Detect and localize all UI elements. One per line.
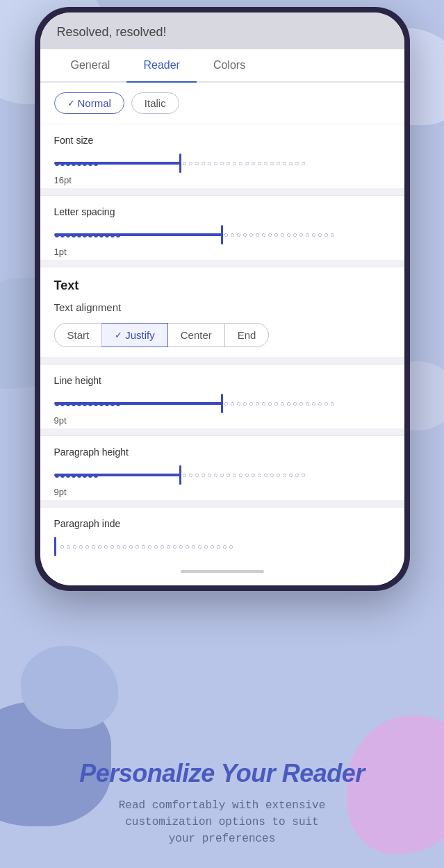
line-height-label: Line height (54, 374, 390, 387)
paragraph-height-track[interactable] (54, 465, 390, 485)
alignment-row: Start ✓ Justify Center End (40, 319, 404, 357)
paragraph-indent-label: Paragraph inde (54, 517, 390, 530)
tab-colors[interactable]: Colors (197, 49, 262, 81)
scroll-bar[interactable] (181, 570, 264, 573)
checkmark-icon: ✓ (67, 98, 75, 108)
paragraph-indent-empty (59, 545, 390, 549)
style-normal-button[interactable]: ✓ Normal (54, 92, 124, 114)
font-size-empty (181, 162, 390, 165)
align-end-button[interactable]: End (224, 323, 270, 347)
paragraph-height-row: Paragraph height (40, 436, 404, 500)
tab-general[interactable]: General (54, 49, 127, 81)
align-center-button[interactable]: Center (167, 323, 225, 347)
phone-frame: Resolved, resolved! General Reader Color… (35, 7, 410, 591)
alignment-label: Text alignment (40, 296, 404, 319)
paragraph-indent-track[interactable] (54, 537, 390, 556)
font-size-label: Font size (54, 134, 390, 147)
phone-topbar: Resolved, resolved! (40, 12, 404, 49)
font-size-filled (54, 162, 179, 165)
style-italic-button[interactable]: Italic (131, 92, 179, 114)
paragraph-height-value: 9pt (54, 487, 390, 497)
paragraph-height-empty (181, 474, 390, 477)
letter-spacing-filled (54, 233, 221, 236)
font-size-value: 16pt (54, 175, 390, 185)
bottom-description: Read comfortably with extensivecustomiza… (28, 797, 416, 847)
paragraph-height-label: Paragraph height (54, 446, 390, 458)
tab-reader[interactable]: Reader (126, 49, 196, 81)
bg-blob-bottom-mid (21, 646, 118, 729)
tab-bar: General Reader Colors (40, 49, 404, 83)
bottom-title: Personalize Your Reader (28, 760, 416, 787)
line-height-row: Line height (40, 365, 404, 428)
align-start-button[interactable]: Start (54, 323, 103, 347)
line-height-value: 9pt (54, 415, 390, 426)
paragraph-height-filled (54, 474, 179, 476)
font-size-row: Font size (40, 124, 404, 188)
scroll-bar-container (40, 556, 404, 585)
letter-spacing-value: 1pt (54, 247, 390, 257)
letter-spacing-label: Letter spacing (54, 206, 390, 218)
text-section-heading: Text (40, 267, 404, 296)
line-height-filled (54, 402, 221, 405)
line-height-track[interactable] (54, 394, 390, 413)
letter-spacing-track[interactable] (54, 225, 390, 244)
line-height-empty (223, 402, 390, 406)
justify-checkmark-icon: ✓ (115, 330, 122, 340)
paragraph-indent-row: Paragraph inde (40, 508, 404, 556)
phone-screen: Resolved, resolved! General Reader Color… (40, 12, 404, 585)
style-selector-row: ✓ Normal Italic (40, 83, 404, 124)
align-justify-button[interactable]: ✓ Justify (101, 323, 168, 347)
paragraph-indent-thumb[interactable] (54, 537, 56, 556)
topbar-text: Resolved, resolved! (57, 25, 167, 39)
letter-spacing-row: Letter spacing (40, 196, 404, 260)
font-size-track[interactable] (54, 153, 390, 173)
bottom-section: Personalize Your Reader Read comfortably… (0, 760, 444, 847)
letter-spacing-empty (223, 233, 390, 237)
